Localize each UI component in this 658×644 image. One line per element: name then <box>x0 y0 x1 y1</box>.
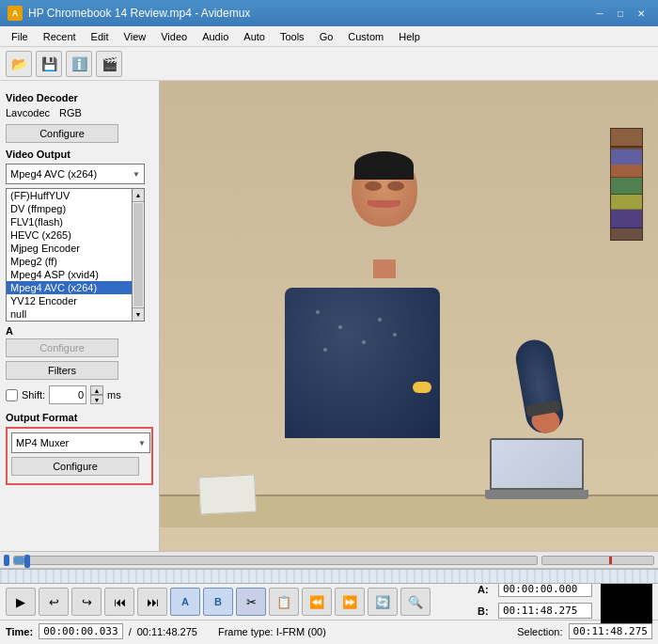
maximize-button[interactable]: □ <box>611 5 630 22</box>
timeline-fill <box>14 557 24 564</box>
set-a-button[interactable]: A <box>170 588 200 616</box>
main-content: Video Decoder Lavcodec RGB Configure Vid… <box>0 81 658 551</box>
zoom-button[interactable]: 🔍 <box>400 588 431 616</box>
output-format-box: MP4 Muxer ▼ Configure <box>6 427 153 485</box>
total-time: 00:11:48.275 <box>137 626 197 637</box>
menu-tools[interactable]: Tools <box>273 29 312 44</box>
waveform-content <box>0 570 658 583</box>
open-button[interactable]: 📂 <box>6 51 32 77</box>
selection-info: Selection: 00:11:48.275 <box>517 623 652 639</box>
a-label: A: <box>478 584 493 595</box>
b-time-row: B: 00:11:48.275 <box>478 603 592 619</box>
play-button[interactable]: ▶ <box>6 588 36 616</box>
audio-label-row: A <box>6 325 153 337</box>
codec-option-hevc[interactable]: HEVC (x265) <box>7 228 132 242</box>
mini-timeline[interactable] <box>541 556 654 565</box>
shift-row: Shift: ▲ ▼ ms <box>6 385 153 404</box>
shift-spinner: ▲ ▼ <box>90 385 103 404</box>
codec-list-items: (FF)HuffYUV DV (ffmpeg) FLV1(flash) HEVC… <box>6 188 132 322</box>
close-button[interactable]: ✕ <box>632 5 650 22</box>
person-head <box>352 151 417 227</box>
cut-button[interactable]: ✂ <box>236 588 266 616</box>
muxer-dropdown-arrow-icon: ▼ <box>138 439 146 448</box>
filters-button[interactable]: Filters <box>6 361 118 380</box>
controls-row: ▶ ↩ ↪ ⏮ ⏭ A B ✂ 📋 ⏪ ⏩ 🔄 🔍 A: 00:00:00.00… <box>0 584 658 620</box>
scroll-up-button[interactable]: ▲ <box>133 189 144 202</box>
menu-audio[interactable]: Audio <box>195 29 236 44</box>
forward-button[interactable]: ↪ <box>71 588 102 616</box>
menu-auto[interactable]: Auto <box>236 29 273 44</box>
selection-time: 00:11:48.275 <box>569 623 652 639</box>
scroll-down-button[interactable]: ▼ <box>133 307 144 321</box>
video-output-title: Video Output <box>6 149 153 160</box>
codec-option-mpeg4avc[interactable]: Mpeg4 AVC (x264) <box>7 281 132 294</box>
codec-rgb: RGB <box>59 107 82 118</box>
video-codec-select[interactable]: Mpeg4 AVC (x264) ▼ <box>6 164 145 184</box>
scroll-thumb <box>133 203 143 306</box>
set-b-button[interactable]: B <box>203 588 233 616</box>
dropdown-arrow-icon: ▼ <box>133 170 140 179</box>
video-scene <box>160 81 658 551</box>
codec-option-null[interactable]: null <box>7 307 132 321</box>
menu-help[interactable]: Help <box>391 29 428 44</box>
codec-option-mpeg2[interactable]: Mpeg2 (ff) <box>7 255 132 268</box>
bottom-section: ▶ ↩ ↪ ⏮ ⏭ A B ✂ 📋 ⏪ ⏩ 🔄 🔍 A: 00:00:00.00… <box>0 551 658 644</box>
preview-thumbnail <box>601 577 652 626</box>
prev-frame-button[interactable]: ⏮ <box>104 588 134 616</box>
menu-file[interactable]: File <box>4 29 36 44</box>
video-decoder-title: Video Decoder <box>6 92 153 103</box>
menu-recent[interactable]: Recent <box>36 29 84 44</box>
person-body <box>285 288 440 438</box>
configure-muxer-button[interactable]: Configure <box>11 457 139 476</box>
bookshelf <box>610 128 643 241</box>
menu-edit[interactable]: Edit <box>84 29 117 44</box>
menu-custom[interactable]: Custom <box>340 29 391 44</box>
muxer-select[interactable]: MP4 Muxer ▼ <box>11 432 150 453</box>
codec-option-mpeg4asp[interactable]: Mpeg4 ASP (xvid4) <box>7 268 132 281</box>
timeline-track[interactable] <box>13 556 538 565</box>
person-neck <box>373 259 396 278</box>
minimize-button[interactable]: ─ <box>590 5 609 22</box>
codec-option-huffyuv[interactable]: (FF)HuffYUV <box>7 189 132 202</box>
audio-section-label: A <box>6 325 13 337</box>
shift-label: Shift: <box>22 389 45 401</box>
notebook <box>198 474 257 514</box>
rewind-button[interactable]: ↩ <box>39 588 69 616</box>
shift-input[interactable] <box>49 385 86 404</box>
shift-up-button[interactable]: ▲ <box>90 385 103 395</box>
copy-button[interactable]: 📋 <box>269 588 299 616</box>
next-frame-button[interactable]: ⏭ <box>137 588 167 616</box>
codec-option-flv[interactable]: FLV1(flash) <box>7 215 132 228</box>
codec-info: Lavcodec RGB <box>6 107 153 118</box>
timeline-thumb[interactable] <box>24 555 30 568</box>
prev-key-button[interactable]: ⏪ <box>302 588 332 616</box>
list-scrollbar: ▲ ▼ <box>132 188 145 322</box>
timeline-start-marker <box>4 555 9 566</box>
configure-decoder-button[interactable]: Configure <box>6 124 118 143</box>
output-format-title: Output Format <box>6 412 153 423</box>
menu-go[interactable]: Go <box>312 29 341 44</box>
status-row: Time: 00:00:00.033 / 00:11:48.275 Frame … <box>0 620 658 642</box>
time-separator: / <box>129 626 132 637</box>
shift-checkbox[interactable] <box>6 389 18 401</box>
codec-option-mjpeg[interactable]: Mjpeg Encoder <box>7 242 132 255</box>
codec-dropdown-list: (FF)HuffYUV DV (ffmpeg) FLV1(flash) HEVC… <box>6 188 145 322</box>
left-panel: Video Decoder Lavcodec RGB Configure Vid… <box>0 81 160 551</box>
configure-output-button[interactable]: Configure <box>6 338 118 357</box>
app-icon: A <box>8 6 23 21</box>
loop-button[interactable]: 🔄 <box>368 588 398 616</box>
waveform-bar <box>0 569 658 584</box>
muxer-label: MP4 Muxer <box>16 437 69 448</box>
menu-bar: File Recent Edit View Video Audio Auto T… <box>0 26 658 47</box>
next-key-button[interactable]: ⏩ <box>335 588 365 616</box>
menu-video[interactable]: Video <box>153 29 195 44</box>
shift-unit-label: ms <box>107 389 121 401</box>
timeline-bar-1[interactable] <box>0 552 658 569</box>
save-button[interactable]: 💾 <box>36 51 62 77</box>
codec-option-yv12[interactable]: YV12 Encoder <box>7 294 132 307</box>
info-button[interactable]: ℹ️ <box>66 51 92 77</box>
codec-option-dv[interactable]: DV (ffmpeg) <box>7 202 132 215</box>
menu-view[interactable]: View <box>117 29 154 44</box>
shift-down-button[interactable]: ▼ <box>90 395 103 404</box>
encode-button[interactable]: 🎬 <box>96 51 122 77</box>
